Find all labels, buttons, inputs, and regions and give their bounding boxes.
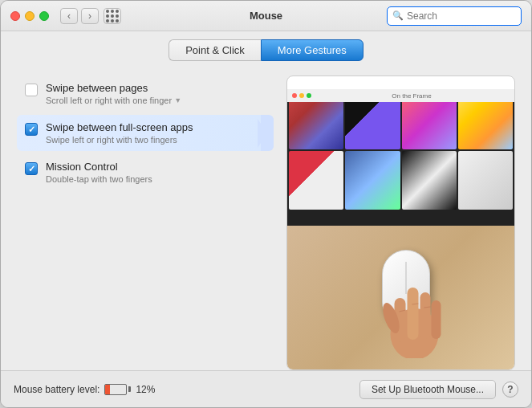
option-title-swipe-fullscreen: Swipe between full-screen apps bbox=[46, 121, 193, 133]
grid-cell-5 bbox=[289, 151, 343, 210]
search-box[interactable]: 🔍 bbox=[387, 6, 522, 26]
preview-panel: On the Frame bbox=[286, 75, 515, 370]
hand-svg bbox=[370, 254, 458, 358]
nav-buttons: ‹ › bbox=[60, 8, 99, 24]
option-title-swipe-pages: Swipe between pages bbox=[46, 82, 181, 94]
tab-point-click[interactable]: Point & Click bbox=[169, 39, 261, 61]
preview-title: On the Frame bbox=[392, 92, 431, 100]
option-text-swipe-fullscreen: Swipe between full-screen apps Swipe lef… bbox=[46, 121, 193, 145]
option-subtitle-mission-control: Double-tap with two fingers bbox=[46, 174, 152, 184]
checkbox-mission-control[interactable] bbox=[25, 162, 38, 175]
option-subtitle-swipe-fullscreen: Swipe left or right with two fingers bbox=[46, 135, 193, 145]
grid-view-button[interactable] bbox=[104, 8, 121, 24]
option-title-mission-control: Mission Control bbox=[46, 161, 152, 173]
option-text-mission-control: Mission Control Double-tap with two fing… bbox=[46, 161, 152, 184]
bluetooth-setup-button[interactable]: Set Up Bluetooth Mouse... bbox=[359, 380, 496, 399]
help-button[interactable]: ? bbox=[502, 381, 518, 398]
left-panel: Swipe between pages Scroll left or right… bbox=[17, 75, 274, 370]
hand-mouse-illustration bbox=[287, 226, 514, 370]
tabbar: Point & Click More Gestures bbox=[1, 31, 531, 67]
preview-topbar: On the Frame bbox=[287, 89, 514, 102]
tab-more-gestures[interactable]: More Gestures bbox=[261, 39, 363, 61]
content-area: Swipe between pages Scroll left or right… bbox=[1, 67, 531, 370]
close-button[interactable] bbox=[10, 11, 20, 21]
search-icon: 🔍 bbox=[392, 10, 404, 21]
chevron-down-icon: ▼ bbox=[174, 96, 181, 104]
window: ‹ › Mouse 🔍 Point & Click More Gestures bbox=[0, 0, 532, 408]
option-text-swipe-pages: Swipe between pages Scroll left or right… bbox=[46, 82, 181, 105]
forward-button[interactable]: › bbox=[81, 8, 99, 24]
checkbox-swipe-fullscreen[interactable] bbox=[25, 123, 38, 136]
battery-tip bbox=[128, 386, 131, 392]
mini-minimize-dot bbox=[299, 93, 304, 98]
footer: Mouse battery level: 12% Set Up Bluetoot… bbox=[1, 370, 531, 407]
svg-rect-4 bbox=[431, 300, 441, 339]
titlebar: ‹ › Mouse 🔍 bbox=[1, 1, 531, 31]
grid-cell-6 bbox=[345, 151, 400, 210]
svg-rect-3 bbox=[420, 292, 430, 339]
option-swipe-pages: Swipe between pages Scroll left or right… bbox=[17, 75, 274, 112]
svg-rect-2 bbox=[407, 288, 418, 340]
option-subtitle-swipe-pages: Scroll left or right with one finger ▼ bbox=[46, 96, 181, 105]
minimize-button[interactable] bbox=[25, 11, 35, 21]
battery-percent: 12% bbox=[136, 384, 155, 395]
battery-label: Mouse battery level: bbox=[14, 384, 99, 395]
battery-icon bbox=[104, 384, 131, 395]
window-title: Mouse bbox=[250, 10, 282, 22]
preview-bottom bbox=[287, 226, 514, 370]
grid-dots-icon bbox=[106, 10, 119, 22]
option-swipe-fullscreen: Swipe between full-screen apps Swipe lef… bbox=[17, 115, 274, 151]
search-input[interactable] bbox=[407, 10, 516, 22]
checkbox-swipe-pages[interactable] bbox=[25, 84, 38, 96]
preview-image-grid bbox=[287, 89, 514, 211]
traffic-lights bbox=[10, 11, 49, 21]
grid-cell-8 bbox=[458, 151, 513, 210]
mini-close-dot bbox=[292, 93, 297, 98]
option-mission-control: Mission Control Double-tap with two fing… bbox=[17, 154, 274, 190]
back-button[interactable]: ‹ bbox=[60, 8, 78, 24]
battery-body bbox=[104, 384, 127, 395]
maximize-button[interactable] bbox=[39, 11, 49, 21]
battery-fill bbox=[105, 385, 109, 394]
mini-maximize-dot bbox=[307, 93, 311, 98]
footer-right: Set Up Bluetooth Mouse... ? bbox=[359, 380, 518, 399]
preview-top: On the Frame bbox=[287, 89, 514, 226]
grid-cell-7 bbox=[402, 151, 457, 210]
